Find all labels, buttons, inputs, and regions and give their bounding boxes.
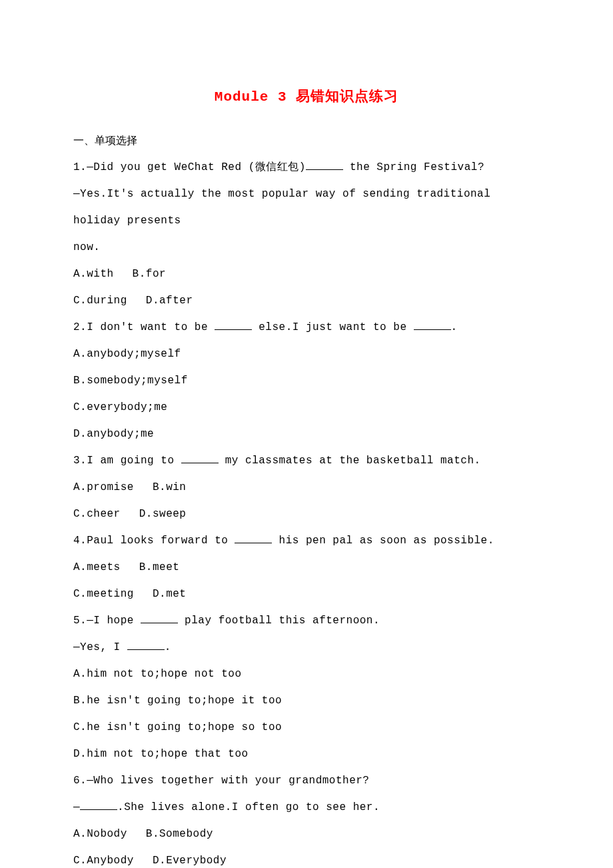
answer-option: D.him not to;hope that too xyxy=(73,748,249,760)
question-pre-text: I am going to xyxy=(87,455,181,467)
answer-option: B.win xyxy=(153,481,187,493)
option-row: D.anybody;me xyxy=(73,421,540,447)
question-post-text: else.I just want to be xyxy=(252,321,413,333)
question-post-text: the Spring Festival? xyxy=(343,161,484,173)
question-pre-text: —Did you get WeChat Red (微信红包) xyxy=(87,161,306,173)
question-number: 6. xyxy=(73,775,87,787)
option-row: C.cheerD.sweep xyxy=(73,501,540,527)
option-row: B.somebody;myself xyxy=(73,367,540,394)
question-pre-text: —Who lives together with your grandmothe… xyxy=(87,775,369,787)
question-text: 6.—Who lives together with your grandmot… xyxy=(73,767,540,794)
answer-option: D.sweep xyxy=(139,508,187,520)
option-row: A.NobodyB.Somebody xyxy=(73,821,540,847)
page-title: Module 3 易错知识点练习 xyxy=(73,80,540,115)
answer-option: A.anybody;myself xyxy=(73,348,181,360)
fill-blank xyxy=(181,454,219,463)
option-row: A.promiseB.win xyxy=(73,474,540,501)
answer-option: B.he isn't going to;hope it too xyxy=(73,695,282,707)
question-number: 5. xyxy=(73,615,87,627)
fill-blank xyxy=(414,321,451,330)
question-post-text-2: . xyxy=(451,321,458,333)
question-number: 2. xyxy=(73,321,87,333)
question-text: —Yes.It's actually the most popular way … xyxy=(73,181,540,234)
answer-option: B.somebody;myself xyxy=(73,375,188,387)
answer-option: B.for xyxy=(133,268,167,280)
fill-blank xyxy=(235,534,272,543)
option-row: C.duringD.after xyxy=(73,287,540,314)
questions-container: 1.—Did you get WeChat Red (微信红包) the Spr… xyxy=(73,154,540,869)
question-text: —Yes, I . xyxy=(73,634,540,661)
option-row: A.him not to;hope not too xyxy=(73,661,540,687)
answer-option: A.with xyxy=(73,268,114,280)
answer-option: C.meeting xyxy=(73,588,134,600)
answer-option: C.he isn't going to;hope so too xyxy=(73,721,282,733)
question-pre-text: —Yes, I xyxy=(73,641,127,653)
answer-option: D.met xyxy=(153,588,187,600)
question-pre-text: now. xyxy=(73,241,100,253)
answer-option: B.meet xyxy=(139,561,180,573)
question-number: 1. xyxy=(73,161,87,173)
question-text: 4.Paul looks forward to his pen pal as s… xyxy=(73,527,540,554)
answer-option: C.Anybody xyxy=(73,855,134,867)
fill-blank xyxy=(306,161,343,170)
question-pre-text: —Yes.It's actually the most popular way … xyxy=(73,188,490,227)
question-text: 5.—I hope play football this afternoon. xyxy=(73,607,540,634)
question-text: 3.I am going to my classmates at the bas… xyxy=(73,447,540,474)
question-pre-text: —I hope xyxy=(87,615,141,627)
answer-option: A.promise xyxy=(73,481,134,493)
option-row: C.everybody;me xyxy=(73,394,540,421)
question-number: 3. xyxy=(73,455,87,467)
question-text: now. xyxy=(73,234,540,261)
question-text: —.She lives alone.I often go to see her. xyxy=(73,794,540,821)
option-row: B.he isn't going to;hope it too xyxy=(73,687,540,714)
question-text: 2.I don't want to be else.I just want to… xyxy=(73,314,540,341)
answer-option: A.him not to;hope not too xyxy=(73,668,242,680)
option-row: C.he isn't going to;hope so too xyxy=(73,714,540,741)
question-post-text: play football this afternoon. xyxy=(178,615,380,627)
question-pre-text: I don't want to be xyxy=(87,321,215,333)
question-pre-text: — xyxy=(73,801,80,813)
option-row: A.anybody;myself xyxy=(73,341,540,367)
question-text: 1.—Did you get WeChat Red (微信红包) the Spr… xyxy=(73,154,540,181)
answer-option: C.cheer xyxy=(73,508,121,520)
answer-option: C.everybody;me xyxy=(73,401,167,413)
answer-option: C.during xyxy=(73,295,127,307)
question-number: 4. xyxy=(73,535,87,547)
option-row: A.meetsB.meet xyxy=(73,554,540,581)
option-row: D.him not to;hope that too xyxy=(73,741,540,767)
option-row: A.withB.for xyxy=(73,261,540,287)
answer-option: D.Everybody xyxy=(153,855,227,867)
fill-blank xyxy=(215,321,252,330)
fill-blank xyxy=(80,801,117,810)
answer-option: A.meets xyxy=(73,561,121,573)
question-post-text: .She lives alone.I often go to see her. xyxy=(117,801,380,813)
fill-blank xyxy=(141,614,178,623)
question-post-text: his pen pal as soon as possible. xyxy=(272,535,494,547)
option-row: C.AnybodyD.Everybody xyxy=(73,847,540,869)
question-post-text: my classmates at the basketball match. xyxy=(219,455,481,467)
option-row: C.meetingD.met xyxy=(73,581,540,607)
section-header: 一、单项选择 xyxy=(73,127,540,154)
answer-option: A.Nobody xyxy=(73,828,127,840)
answer-option: D.anybody;me xyxy=(73,428,154,440)
question-pre-text: Paul looks forward to xyxy=(87,535,235,547)
answer-option: D.after xyxy=(146,295,193,307)
fill-blank xyxy=(127,641,165,650)
question-post-text: . xyxy=(165,641,171,653)
answer-option: B.Somebody xyxy=(146,828,213,840)
